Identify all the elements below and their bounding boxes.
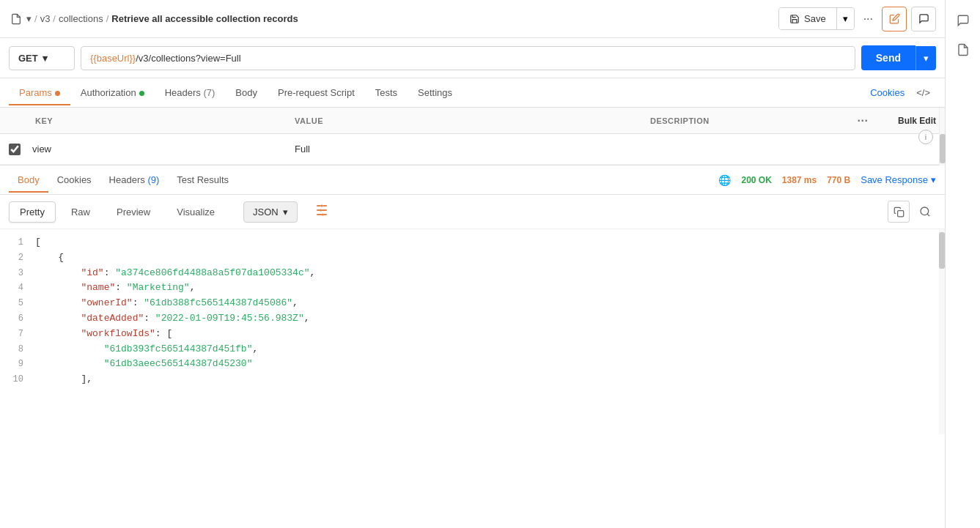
comment-button[interactable] bbox=[911, 7, 936, 31]
svg-point-7 bbox=[320, 209, 322, 212]
line-num-9: 9 bbox=[9, 357, 35, 371]
tab-headers[interactable]: Headers (7) bbox=[155, 80, 226, 105]
json-line-3: 3 "id": "a374ce806fd4488a8a5f07da1005334… bbox=[0, 266, 945, 281]
dropdown-arrow[interactable]: ▾ bbox=[26, 13, 32, 24]
breadcrumb-v3[interactable]: v3 bbox=[40, 13, 51, 24]
bulk-edit-button[interactable]: Bulk Edit bbox=[898, 116, 936, 126]
line-num-7: 7 bbox=[9, 327, 35, 341]
json-line-1: 1 [ bbox=[0, 235, 945, 250]
file-icon bbox=[9, 12, 23, 26]
breadcrumb-collections[interactable]: collections bbox=[59, 13, 103, 24]
tab-pre-request[interactable]: Pre-request Script bbox=[268, 80, 365, 105]
top-bar: ▾ / v3 / collections / Retrieve all acce… bbox=[0, 0, 945, 38]
params-header: KEY VALUE DESCRIPTION ··· Bulk Edit bbox=[0, 108, 945, 134]
params-area: KEY VALUE DESCRIPTION ··· Bulk Edit view… bbox=[0, 108, 945, 166]
save-dropdown-button[interactable]: ▾ bbox=[836, 8, 854, 29]
line-content-8: "61db393fc565144387d451fb", bbox=[35, 342, 258, 357]
filter-icon[interactable] bbox=[312, 201, 331, 223]
globe-icon[interactable]: 🌐 bbox=[718, 174, 731, 186]
document-icon[interactable] bbox=[950, 37, 976, 63]
send-button[interactable]: Send bbox=[861, 45, 915, 70]
cookies-link[interactable]: Cookies bbox=[864, 87, 910, 98]
code-icon[interactable]: </> bbox=[910, 87, 936, 98]
resp-status: 🌐 200 OK 1387 ms 770 B Save Response ▾ bbox=[718, 174, 936, 186]
json-line-4: 4 "name": "Marketing", bbox=[0, 280, 945, 296]
tab-settings[interactable]: Settings bbox=[408, 80, 463, 105]
row-checkbox[interactable] bbox=[9, 144, 21, 155]
col-more-icon[interactable]: ··· bbox=[858, 114, 869, 127]
save-response-button[interactable]: Save Response ▾ bbox=[861, 174, 936, 185]
search-button[interactable] bbox=[914, 201, 936, 223]
send-button-group: Send ▾ bbox=[861, 45, 936, 70]
format-tab-preview[interactable]: Preview bbox=[106, 201, 161, 223]
info-icon[interactable]: i bbox=[918, 130, 933, 144]
svg-point-10 bbox=[921, 207, 929, 215]
url-path: /v3/collections?view=Full bbox=[136, 53, 240, 64]
status-time: 1387 ms bbox=[782, 175, 817, 185]
breadcrumb-area: ▾ / v3 / collections / Retrieve all acce… bbox=[9, 12, 773, 26]
save-btn-group: Save ▾ bbox=[778, 7, 855, 30]
edit-icon-button[interactable] bbox=[882, 7, 907, 31]
url-input[interactable]: {{baseUrl}}/v3/collections?view=Full bbox=[81, 46, 855, 70]
format-toolbar: Pretty Raw Preview Visualize JSON ▾ bbox=[0, 195, 945, 229]
more-actions-col: ··· bbox=[833, 114, 892, 127]
line-content-10: ], bbox=[35, 372, 92, 387]
comment-icon[interactable] bbox=[950, 7, 976, 34]
resp-tab-cookies[interactable]: Cookies bbox=[48, 167, 100, 193]
save-button[interactable]: Save bbox=[779, 8, 836, 29]
right-sidebar bbox=[945, 0, 980, 434]
line-content-1: [ bbox=[35, 235, 41, 250]
line-content-7: "workflowIds": [ bbox=[35, 327, 172, 342]
format-tab-visualize[interactable]: Visualize bbox=[166, 201, 226, 223]
more-options-button[interactable]: ··· bbox=[859, 8, 877, 30]
copy-button[interactable] bbox=[888, 201, 910, 223]
param-row-0: view Full bbox=[0, 134, 945, 165]
svg-rect-9 bbox=[897, 210, 903, 216]
line-num-8: 8 bbox=[9, 342, 35, 357]
base-url: {{baseUrl}} bbox=[90, 53, 136, 64]
tab-authorization[interactable]: Authorization bbox=[70, 80, 155, 105]
breadcrumb-title: Retrieve all accessible collection recor… bbox=[111, 13, 298, 24]
status-size: 770 B bbox=[827, 175, 850, 185]
resp-tab-test-results[interactable]: Test Results bbox=[168, 167, 237, 193]
status-code: 200 OK bbox=[741, 175, 771, 185]
json-format-selector[interactable]: JSON ▾ bbox=[243, 201, 298, 223]
sep2: / bbox=[53, 13, 56, 24]
param-value[interactable]: Full bbox=[295, 144, 753, 155]
svg-point-8 bbox=[322, 214, 324, 216]
param-key[interactable]: view bbox=[26, 144, 295, 155]
line-num-6: 6 bbox=[9, 311, 35, 326]
method-label: GET bbox=[18, 53, 38, 64]
method-selector[interactable]: GET ▾ bbox=[9, 46, 75, 70]
line-num-1: 1 bbox=[9, 235, 35, 250]
tab-params[interactable]: Params bbox=[9, 80, 70, 105]
sep3: / bbox=[106, 13, 109, 24]
format-tab-raw[interactable]: Raw bbox=[60, 201, 101, 223]
json-scrollbar-thumb bbox=[939, 232, 945, 269]
url-bar: GET ▾ {{baseUrl}}/v3/collections?view=Fu… bbox=[0, 38, 945, 78]
json-line-6: 6 "dateAdded": "2022-01-09T19:45:56.983Z… bbox=[0, 311, 945, 327]
tab-body[interactable]: Body bbox=[225, 80, 268, 105]
line-num-5: 5 bbox=[9, 296, 35, 311]
params-scrollbar-track bbox=[939, 108, 945, 166]
checkbox-cell[interactable] bbox=[9, 144, 26, 155]
resp-tab-body[interactable]: Body bbox=[9, 167, 48, 193]
line-content-6: "dateAdded": "2022-01-09T19:45:56.983Z", bbox=[35, 311, 310, 327]
tab-tests[interactable]: Tests bbox=[365, 80, 408, 105]
auth-dot bbox=[139, 91, 144, 96]
json-content: 1 [ 2 { 3 "id": "a374ce806fd4488a8a5f07d… bbox=[0, 229, 945, 434]
json-line-8: 8 "61db393fc565144387d451fb", bbox=[0, 342, 945, 357]
line-num-4: 4 bbox=[9, 280, 35, 295]
response-tabs-row: Body Cookies Headers (9) Test Results 🌐 … bbox=[0, 166, 945, 195]
format-tab-pretty[interactable]: Pretty bbox=[9, 201, 56, 223]
json-line-10: 10 ], bbox=[0, 372, 945, 387]
send-dropdown-button[interactable]: ▾ bbox=[915, 46, 936, 70]
method-dropdown-arrow: ▾ bbox=[43, 53, 48, 64]
line-num-10: 10 bbox=[9, 372, 35, 387]
line-content-5: "ownerId": "61db388fc565144387d45086", bbox=[35, 296, 298, 311]
json-line-2: 2 { bbox=[0, 250, 945, 266]
request-tabs-row: Params Authorization Headers (7) Body Pr… bbox=[0, 78, 945, 108]
resp-tab-headers[interactable]: Headers (9) bbox=[100, 167, 169, 193]
top-bar-actions: Save ▾ ··· bbox=[778, 7, 936, 31]
params-scrollbar-thumb bbox=[940, 134, 946, 163]
